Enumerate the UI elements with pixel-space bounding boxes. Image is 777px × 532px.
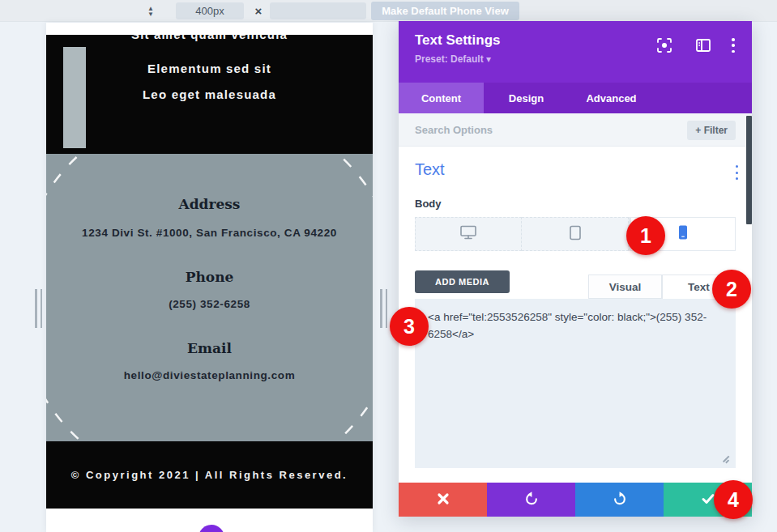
body-field-label: Body	[415, 198, 442, 210]
tab-design[interactable]: Design	[484, 83, 569, 113]
device-tab-tablet[interactable]	[522, 217, 629, 251]
make-default-phone-view-button[interactable]: Make Default Phone View	[371, 2, 519, 20]
divi-builder-screen: ▲▼ × Make Default Phone View Sit amet qu…	[0, 0, 777, 532]
redo-icon	[612, 491, 628, 509]
contact-phone-value[interactable]: (255) 352-6258	[46, 298, 373, 310]
focus-mode-icon[interactable]	[656, 37, 672, 53]
modal-title: Text Settings	[415, 32, 500, 49]
preview-resize-handle-right[interactable]	[380, 289, 387, 328]
contact-address-label: Address	[46, 196, 373, 212]
dimension-times-icon: ×	[250, 2, 267, 19]
docked-layout-icon[interactable]	[695, 37, 711, 53]
undo-button[interactable]	[487, 483, 575, 517]
phone-footer-section: © Copyright 2021 | All Rights Reserved.	[46, 441, 373, 509]
tablet-icon	[569, 225, 582, 244]
contact-email-label: Email	[46, 340, 373, 356]
check-icon	[701, 492, 715, 508]
redo-button[interactable]	[575, 483, 664, 517]
preview-height-input[interactable]	[270, 2, 366, 19]
panel-scrollbar-thumb[interactable]	[746, 116, 752, 224]
close-icon	[437, 492, 450, 508]
responsive-size-toolbar: ▲▼ × Make Default Phone View	[0, 0, 777, 22]
hero-line-3: Leo eget malesuada	[46, 87, 373, 101]
annotation-step-4: 4	[714, 480, 753, 519]
editor-tab-visual[interactable]: Visual	[588, 275, 662, 299]
tab-content[interactable]: Content	[399, 83, 484, 113]
contact-address-value: 1234 Divi St. #1000, San Francisco, CA 9…	[46, 227, 373, 239]
width-stepper-icon[interactable]: ▲▼	[143, 2, 159, 19]
hero-line-1: Sit amet quam vehicula	[46, 35, 373, 41]
tab-advanced[interactable]: Advanced	[569, 83, 654, 113]
discard-button[interactable]	[399, 483, 487, 517]
body-code-textarea[interactable]: <a href="tel:2553526258" style="color: b…	[415, 299, 736, 468]
add-media-button[interactable]: ADD MEDIA	[415, 270, 510, 293]
contact-email-value[interactable]: hello@diviestateplanning.com	[46, 369, 373, 381]
settings-tab-bar: Content Design Advanced	[399, 83, 752, 113]
phone-hero-section: Sit amet quam vehicula Elementum sed sit…	[46, 35, 373, 154]
text-section-options-icon[interactable]	[732, 165, 741, 180]
search-options-row: + Filter	[399, 113, 752, 147]
phone-contact-section: Address 1234 Divi St. #1000, San Francis…	[46, 154, 373, 441]
divi-purple-button-peek[interactable]	[199, 525, 224, 532]
phone-preview-frame: Sit amet quam vehicula Elementum sed sit…	[46, 23, 373, 532]
text-section-title[interactable]: Text	[415, 160, 445, 179]
modal-action-bar	[399, 483, 752, 517]
preview-resize-handle-left[interactable]	[35, 289, 42, 328]
hero-line-2: Elementum sed sit	[46, 62, 373, 75]
device-tab-desktop[interactable]	[415, 217, 522, 251]
responsive-device-tabs	[415, 217, 736, 251]
annotation-step-1: 1	[626, 216, 665, 255]
preset-selector[interactable]: Preset: Default ▾	[415, 53, 491, 65]
annotation-step-3: 3	[390, 307, 429, 346]
desktop-icon	[459, 225, 477, 243]
filter-button[interactable]: + Filter	[687, 121, 736, 140]
modal-header: Text Settings Preset: Default ▾	[399, 21, 752, 83]
contact-phone-label: Phone	[46, 269, 373, 285]
phone-icon	[678, 225, 688, 243]
text-settings-modal: Text Settings Preset: Default ▾	[399, 21, 752, 517]
annotation-step-2: 2	[712, 270, 751, 309]
search-options-input[interactable]	[415, 113, 658, 147]
modal-more-options-icon[interactable]	[729, 38, 737, 53]
undo-icon	[523, 491, 540, 509]
preview-width-input[interactable]	[176, 2, 244, 19]
copyright-text: © Copyright 2021 | All Rights Reserved.	[71, 469, 348, 481]
